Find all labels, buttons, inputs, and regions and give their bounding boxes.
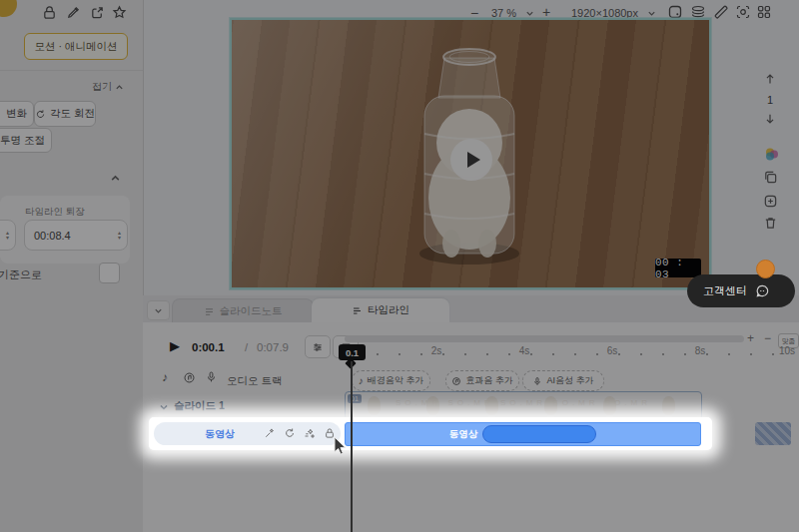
notes-icon xyxy=(204,306,215,317)
timeline-fit-label: 맞춤 xyxy=(782,336,796,346)
add-ai-voice-button[interactable]: AI음성 추가 xyxy=(522,370,604,391)
add-bgm-label: 배경음악 추가 xyxy=(368,374,424,387)
frame-thumbnail xyxy=(485,396,498,415)
left-sidebar: 모션 · 애니메이션 접기 변화 각도 회전 투명 조절 타임라인 퇴장 ▴▾ … xyxy=(0,0,144,532)
video-track-row: 동영상 동영상 xyxy=(149,417,712,450)
video-track-label: 동영상 xyxy=(205,427,235,441)
video-track-header[interactable]: 동영상 xyxy=(154,422,341,445)
slide-chevron-down-icon[interactable] xyxy=(159,402,169,412)
ruler-icon[interactable] xyxy=(713,4,729,20)
help-center-button[interactable]: 고객센터 xyxy=(687,274,795,307)
baseline-label: 기준으로 xyxy=(0,267,42,282)
zoom-chevron-down-icon[interactable] xyxy=(525,9,534,18)
frame-thumbnail xyxy=(544,396,557,415)
chevron-down-icon xyxy=(154,306,163,315)
lock-icon[interactable] xyxy=(42,5,57,20)
trash-icon[interactable] xyxy=(763,216,778,231)
move-up-icon[interactable] xyxy=(763,72,777,86)
help-notification-badge xyxy=(756,260,775,278)
focus-frame-icon[interactable] xyxy=(735,4,751,20)
tab-slide-notes[interactable]: 슬라이드노트 xyxy=(172,298,314,323)
baseline-checkbox[interactable] xyxy=(99,263,120,283)
stepper-arrows-icon[interactable]: ▴▾ xyxy=(118,231,127,241)
move-down-icon[interactable] xyxy=(763,112,777,126)
timeline-exit-value: 00:08.4 xyxy=(34,230,71,242)
export-icon[interactable] xyxy=(90,5,105,20)
timing-panel: 타임라인 퇴장 ▴▾ 00:08.4 ▴▾ xyxy=(0,196,130,264)
layer-number: 1 xyxy=(767,94,773,106)
collapse-label: 접기 xyxy=(92,80,112,94)
frame-thumbnail xyxy=(662,396,675,415)
opacity-button[interactable]: 투명 조절 xyxy=(0,128,52,153)
mouse-cursor xyxy=(334,436,350,458)
rotate-icon xyxy=(35,109,46,120)
current-time: 0:00.1 xyxy=(192,341,225,353)
size-chevron-down-icon[interactable] xyxy=(647,9,656,18)
add-bgm-button[interactable]: ♪ 배경음악 추가 xyxy=(352,370,430,391)
panel-collapse-button[interactable] xyxy=(147,300,170,320)
animation-wand-icon[interactable] xyxy=(264,427,276,439)
track-options-button[interactable] xyxy=(305,335,331,358)
audio-track-label: 오디오 트랙 xyxy=(227,374,282,388)
timeline-icon xyxy=(352,305,363,316)
music-note-icon[interactable]: ♪ xyxy=(162,370,168,384)
sidebar-divider xyxy=(0,70,143,71)
angle-rotate-label: 각도 회전 xyxy=(50,107,95,121)
properties-icon xyxy=(312,341,324,353)
playhead-badge[interactable]: 0.1 xyxy=(339,344,366,360)
clip-rename-field[interactable] xyxy=(482,425,596,443)
draw-pen-icon[interactable] xyxy=(66,5,81,20)
frame-thumbnail xyxy=(368,396,381,415)
mic-icon[interactable] xyxy=(205,370,218,383)
time-separator: / xyxy=(245,341,248,353)
section-collapse-icon[interactable] xyxy=(110,173,121,184)
mic-icon xyxy=(532,376,542,386)
duration-badge: 00 : 03 xyxy=(655,259,701,277)
star-icon[interactable] xyxy=(112,5,127,20)
replace-rotate-icon[interactable] xyxy=(284,427,296,439)
timeline-enter-stepper[interactable]: ▴▾ xyxy=(0,220,16,251)
motion-animation-label: 모션 · 애니메이션 xyxy=(35,40,118,54)
tab-timeline[interactable]: 타임라인 xyxy=(312,298,449,322)
collapse-toggle[interactable]: 접기 xyxy=(92,80,124,94)
total-time: 0:07.9 xyxy=(257,341,289,353)
sound-effect-icon[interactable] xyxy=(183,371,196,384)
play-transport-button[interactable]: ▶ xyxy=(170,338,180,353)
play-button[interactable] xyxy=(450,139,492,181)
music-note-icon: ♪ xyxy=(359,375,364,386)
slide-filmstrip[interactable]: SO.MR SO.MR SO.MR SO.MR SO.MR 01 xyxy=(345,391,702,420)
frame-thumbnail xyxy=(426,396,439,415)
slide-label[interactable]: 슬라이드 1 xyxy=(174,399,225,413)
motion-icon[interactable] xyxy=(304,427,316,439)
video-clip-label: 동영상 xyxy=(449,428,478,441)
ruler-tick-dots xyxy=(355,353,788,355)
tab-timeline-label: 타임라인 xyxy=(368,303,409,317)
chevron-up-icon xyxy=(115,83,124,92)
help-center-label: 고객센터 xyxy=(703,283,747,298)
color-palette-icon[interactable] xyxy=(763,146,780,163)
clip-extension-stub[interactable] xyxy=(755,422,791,445)
filmstrip-watermark: SO.MR SO.MR SO.MR SO.MR SO.MR xyxy=(346,398,701,407)
change-button[interactable]: 변화 xyxy=(0,101,34,127)
video-canvas[interactable]: 00 : 03 xyxy=(230,18,711,289)
grid-apps-icon[interactable] xyxy=(756,4,772,20)
playhead-line[interactable] xyxy=(351,361,353,532)
angle-rotate-button[interactable]: 각도 회전 xyxy=(34,101,96,127)
timeline-zoom-out-button[interactable]: − xyxy=(764,331,771,345)
stepper-arrows-icon[interactable]: ▴▾ xyxy=(6,231,15,241)
opacity-label: 투명 조절 xyxy=(0,134,45,148)
profile-avatar[interactable] xyxy=(0,0,17,17)
duplicate-icon[interactable] xyxy=(763,170,778,185)
add-sfx-label: 효과음 추가 xyxy=(465,374,513,387)
sound-effect-icon xyxy=(451,376,461,386)
add-page-icon[interactable] xyxy=(763,194,778,209)
add-sfx-button[interactable]: 효과음 추가 xyxy=(445,370,519,391)
motion-animation-button[interactable]: 모션 · 애니메이션 xyxy=(24,33,128,60)
tab-slide-notes-label: 슬라이드노트 xyxy=(220,304,283,318)
timeline-exit-input[interactable]: 00:08.4 ▴▾ xyxy=(24,220,128,251)
timeline-exit-label: 타임라인 퇴장 xyxy=(25,206,85,219)
timeline-scrollbar[interactable] xyxy=(345,335,744,342)
video-clip[interactable]: 동영상 xyxy=(345,422,701,446)
timeline-zoom-in-button[interactable]: + xyxy=(747,331,754,345)
chat-bubble-icon xyxy=(755,283,770,298)
